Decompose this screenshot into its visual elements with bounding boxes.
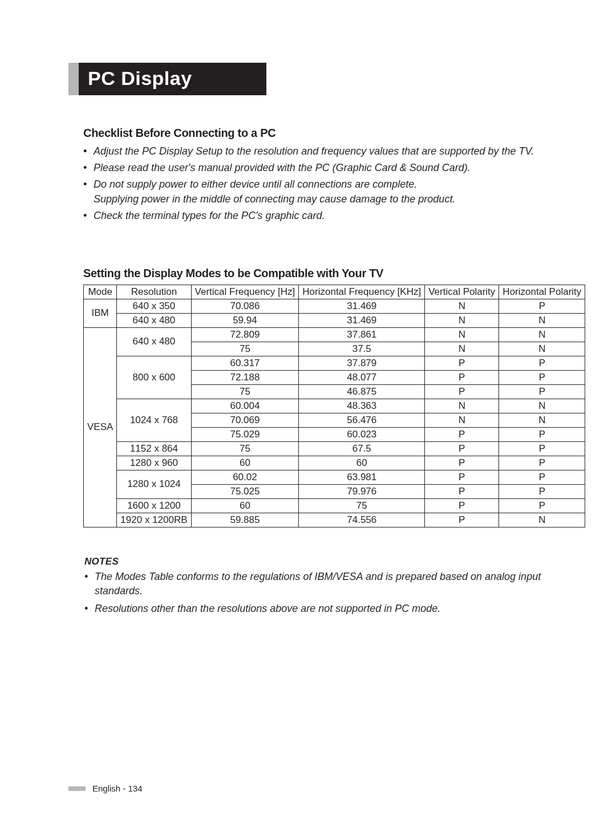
hfreq-cell: 63.981 xyxy=(299,470,425,484)
table-header: Vertical Polarity xyxy=(425,285,499,299)
vfreq-cell: 60.004 xyxy=(191,399,299,413)
vfreq-cell: 72.188 xyxy=(191,370,299,384)
title-accent xyxy=(68,63,79,95)
hfreq-cell: 74.556 xyxy=(299,513,425,527)
table-header: Vertical Frequency [Hz] xyxy=(191,285,299,299)
mode-cell: IBM xyxy=(84,299,117,327)
notes-heading: NOTES xyxy=(84,556,548,567)
resolution-cell: 1024 x 768 xyxy=(117,399,191,441)
hfreq-cell: 31.469 xyxy=(299,313,425,327)
table-row: 800 x 60060.31737.879PP xyxy=(84,356,585,370)
hfreq-cell: 46.875 xyxy=(299,384,425,399)
vpol-cell: N xyxy=(425,299,499,313)
hpol-cell: P xyxy=(499,299,585,313)
hpol-cell: N xyxy=(499,513,585,527)
hfreq-cell: 48.363 xyxy=(299,399,425,413)
vfreq-cell: 60.02 xyxy=(191,470,299,484)
hfreq-cell: 60.023 xyxy=(299,427,425,441)
hpol-cell: N xyxy=(499,313,585,327)
footer-text: English - 134 xyxy=(92,784,143,793)
hfreq-cell: 60 xyxy=(299,456,425,470)
hfreq-cell: 37.879 xyxy=(299,356,425,370)
vfreq-cell: 72.809 xyxy=(191,327,299,342)
vfreq-cell: 60 xyxy=(191,498,299,513)
resolution-cell: 1600 x 1200 xyxy=(117,498,191,513)
vfreq-cell: 59.885 xyxy=(191,513,299,527)
table-row: IBM640 x 35070.08631.469NP xyxy=(84,299,585,313)
resolution-cell: 640 x 480 xyxy=(117,313,191,327)
hfreq-cell: 37.861 xyxy=(299,327,425,342)
vpol-cell: P xyxy=(425,370,499,384)
vfreq-cell: 60.317 xyxy=(191,356,299,370)
vpol-cell: P xyxy=(425,356,499,370)
vpol-cell: P xyxy=(425,441,499,456)
table-row: 1024 x 76860.00448.363NN xyxy=(84,399,585,413)
checklist-list: Adjust the PC Display Setup to the resol… xyxy=(83,144,548,223)
checklist-item: Check the terminal types for the PC's gr… xyxy=(94,209,548,223)
table-row: 1920 x 1200RB59.88574.556PN xyxy=(84,513,585,527)
vpol-cell: P xyxy=(425,498,499,513)
table-header: Horizontal Polarity xyxy=(499,285,585,299)
notes-list: The Modes Table conforms to the regulati… xyxy=(84,570,548,616)
checklist-item: Adjust the PC Display Setup to the resol… xyxy=(94,144,548,159)
hpol-cell: P xyxy=(499,470,585,484)
table-header: Resolution xyxy=(117,285,191,299)
table-row: 1152 x 8647567.5PP xyxy=(84,441,585,456)
table-row: 1280 x 102460.0263.981PP xyxy=(84,470,585,484)
vfreq-cell: 75 xyxy=(191,384,299,399)
hpol-cell: N xyxy=(499,399,585,413)
hpol-cell: N xyxy=(499,327,585,342)
resolution-cell: 1920 x 1200RB xyxy=(117,513,191,527)
modes-heading: Setting the Display Modes to be Compatib… xyxy=(83,267,548,280)
vfreq-cell: 70.086 xyxy=(191,299,299,313)
resolution-cell: 640 x 350 xyxy=(117,299,191,313)
notes-item: The Modes Table conforms to the regulati… xyxy=(95,570,548,598)
table-header-row: Mode Resolution Vertical Frequency [Hz] … xyxy=(84,285,585,299)
vpol-cell: N xyxy=(425,313,499,327)
table-row: 640 x 48059.9431.469NN xyxy=(84,313,585,327)
vpol-cell: P xyxy=(425,470,499,484)
hfreq-cell: 48.077 xyxy=(299,370,425,384)
vpol-cell: P xyxy=(425,513,499,527)
hfreq-cell: 79.976 xyxy=(299,484,425,498)
hfreq-cell: 56.476 xyxy=(299,413,425,427)
vpol-cell: N xyxy=(425,327,499,342)
table-row: 1280 x 9606060PP xyxy=(84,456,585,470)
hfreq-cell: 75 xyxy=(299,498,425,513)
vpol-cell: P xyxy=(425,384,499,399)
resolution-cell: 1280 x 1024 xyxy=(117,470,191,498)
hpol-cell: P xyxy=(499,384,585,399)
vfreq-cell: 75.029 xyxy=(191,427,299,441)
vpol-cell: N xyxy=(425,399,499,413)
checklist-heading: Checklist Before Connecting to a PC xyxy=(83,127,548,140)
table-row: VESA640 x 48072.80937.861NN xyxy=(84,327,585,342)
checklist-item: Do not supply power to either device unt… xyxy=(94,177,548,206)
vpol-cell: P xyxy=(425,484,499,498)
hpol-cell: P xyxy=(499,441,585,456)
vfreq-cell: 70.069 xyxy=(191,413,299,427)
notes-item: Resolutions other than the resolutions a… xyxy=(95,602,548,616)
hpol-cell: P xyxy=(499,498,585,513)
checklist-item: Please read the user's manual provided w… xyxy=(94,161,548,175)
hpol-cell: P xyxy=(499,484,585,498)
resolution-cell: 800 x 600 xyxy=(117,356,191,399)
hfreq-cell: 31.469 xyxy=(299,299,425,313)
vfreq-cell: 75 xyxy=(191,441,299,456)
vfreq-cell: 75.025 xyxy=(191,484,299,498)
vpol-cell: P xyxy=(425,456,499,470)
display-modes-table: Mode Resolution Vertical Frequency [Hz] … xyxy=(83,285,585,527)
footer-accent xyxy=(68,786,86,791)
hpol-cell: N xyxy=(499,413,585,427)
hpol-cell: P xyxy=(499,370,585,384)
mode-cell: VESA xyxy=(84,327,117,527)
hfreq-cell: 37.5 xyxy=(299,342,425,356)
page-title: PC Display xyxy=(79,63,266,95)
hpol-cell: N xyxy=(499,342,585,356)
hpol-cell: P xyxy=(499,356,585,370)
vpol-cell: P xyxy=(425,427,499,441)
hpol-cell: P xyxy=(499,456,585,470)
vfreq-cell: 75 xyxy=(191,342,299,356)
page-footer: English - 134 xyxy=(68,784,143,793)
hpol-cell: P xyxy=(499,427,585,441)
resolution-cell: 640 x 480 xyxy=(117,327,191,356)
